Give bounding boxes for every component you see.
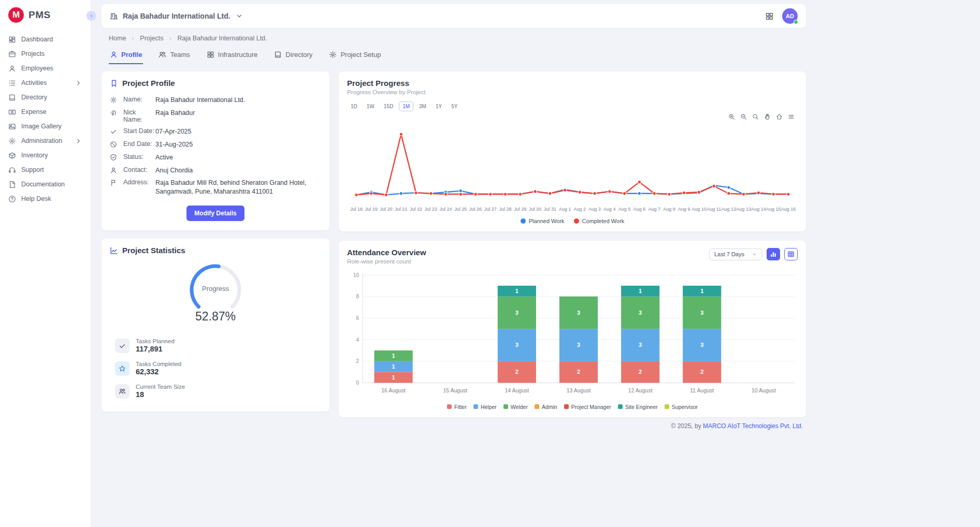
breadcrumb-item[interactable]: Projects — [140, 35, 163, 42]
profile-field-end-date: End Date:31-Aug-2025 — [110, 138, 321, 151]
check-icon — [115, 339, 129, 353]
sidebar-item-employees[interactable]: Employees — [0, 61, 91, 76]
sidebar-item-image-gallery[interactable]: Image Gallery — [0, 119, 91, 134]
stat-value: 18 — [136, 390, 185, 399]
sidebar-item-support[interactable]: Support — [0, 163, 91, 177]
home-icon[interactable] — [776, 112, 783, 121]
legend-item-planned-work[interactable]: Planned Work — [521, 218, 565, 224]
chevron-right-icon — [75, 137, 82, 145]
sidebar-item-help-desk[interactable]: Help Desk — [0, 192, 91, 206]
legend-item-fitter[interactable]: Fitter — [447, 404, 467, 410]
range-5y[interactable]: 5Y — [448, 101, 461, 111]
user-menu[interactable]: AD — [782, 8, 798, 24]
stat-tasks-completed: Tasks Completed62,332 — [115, 361, 316, 376]
svg-text:3: 3 — [700, 310, 703, 316]
search-icon[interactable] — [752, 112, 759, 121]
range-1d[interactable]: 1D — [347, 101, 361, 111]
tab-teams[interactable]: Teams — [157, 47, 191, 64]
support-icon — [8, 166, 16, 174]
progress-card-subtitle: Progress Overview by Project — [347, 89, 798, 95]
sidebar-item-label: Image Gallery — [21, 123, 82, 130]
zoom-in-icon[interactable] — [728, 112, 735, 121]
breadcrumb-item[interactable]: Home — [109, 35, 126, 42]
legend-label: Completed Work — [582, 218, 625, 224]
sidebar-item-inventory[interactable]: Inventory — [0, 148, 91, 163]
range-15d[interactable]: 15D — [380, 101, 397, 111]
attendance-controls: Last 7 Days — [709, 248, 798, 260]
sidebar-item-directory[interactable]: Directory — [0, 90, 91, 105]
legend-label: Admin — [542, 404, 557, 410]
sidebar-item-dashboard[interactable]: Dashboard — [0, 32, 91, 47]
svg-text:Jul 21: Jul 21 — [395, 207, 407, 212]
legend-item-admin[interactable]: Admin — [535, 404, 557, 410]
app-logo[interactable]: M PMS — [0, 0, 91, 29]
range-1m[interactable]: 1M — [399, 101, 413, 111]
gear-icon — [8, 137, 16, 145]
date-range-select[interactable]: Last 7 Days — [709, 248, 762, 260]
header-actions: AD — [765, 8, 798, 24]
range-1y[interactable]: 1Y — [432, 101, 445, 111]
building-icon — [110, 12, 118, 20]
legend-item-supervisor[interactable]: Supervisor — [665, 404, 698, 410]
tabs: ProfileTeamsInfrastructureDirectoryProje… — [102, 45, 806, 64]
field-label: Status: — [123, 153, 155, 160]
sidebar-item-label: Directory — [21, 94, 82, 101]
sidebar-item-documentation[interactable]: Documentation — [0, 177, 91, 192]
svg-text:Aug 2: Aug 2 — [574, 207, 586, 212]
sidebar-item-projects[interactable]: Projects — [0, 47, 91, 61]
attendance-card-subtitle: Role-wise present count — [347, 258, 426, 265]
legend-item-completed-work[interactable]: Completed Work — [574, 218, 625, 224]
sidebar-item-expense[interactable]: Expense — [0, 105, 91, 119]
legend-label: Welder — [511, 404, 528, 410]
line-chart[interactable]: Jul 18Jul 19Jul 20Jul 21Jul 22Jul 23Jul … — [347, 121, 798, 217]
pan-icon[interactable] — [764, 112, 771, 121]
sidebar-item-label: Activities — [21, 79, 69, 86]
field-label: Nick Name: — [123, 109, 155, 123]
tab-label: Infrastructure — [218, 51, 258, 58]
legend-item-welder[interactable]: Welder — [503, 404, 528, 410]
field-value: Raja Bahadur International Ltd. — [155, 96, 321, 105]
tab-label: Project Setup — [340, 51, 381, 58]
apps-grid-icon[interactable] — [765, 12, 774, 21]
flag-icon — [110, 179, 117, 186]
svg-text:Jul 22: Jul 22 — [410, 207, 422, 212]
gallery-icon — [8, 123, 16, 130]
footer-link[interactable]: MARCO AIoT Technologies Pvt. Ltd. — [703, 422, 803, 430]
svg-text:Jul 30: Jul 30 — [529, 207, 541, 212]
svg-text:Jul 25: Jul 25 — [454, 207, 467, 212]
field-value: Anuj Chordia — [155, 166, 321, 175]
expense-icon — [8, 108, 16, 116]
sidebar-item-activities[interactable]: Activities — [0, 76, 91, 90]
field-label: Contact: — [123, 166, 155, 173]
tab-profile[interactable]: Profile — [109, 47, 143, 64]
stat-value: 117,891 — [136, 345, 175, 353]
legend-item-helper[interactable]: Helper — [473, 404, 497, 410]
users-icon — [158, 51, 166, 58]
tab-project-setup[interactable]: Project Setup — [328, 47, 382, 64]
range-1w[interactable]: 1W — [363, 101, 378, 111]
field-value: Raja Bahadur — [155, 109, 321, 118]
tab-directory[interactable]: Directory — [273, 47, 313, 64]
modify-details-button[interactable]: Modify Details — [186, 206, 244, 221]
svg-text:Aug 5: Aug 5 — [618, 207, 631, 212]
menu-icon[interactable] — [788, 112, 795, 121]
tab-infrastructure[interactable]: Infrastructure — [206, 47, 259, 64]
zoom-out-icon[interactable] — [740, 112, 747, 121]
legend-label: Helper — [481, 404, 497, 410]
legend-item-project-manager[interactable]: Project Manager — [564, 404, 611, 410]
legend-label: Planned Work — [529, 218, 565, 224]
chart-view-toggle[interactable] — [767, 248, 780, 260]
bar-chart[interactable]: 024681011116 August15 August233114 Augus… — [347, 271, 798, 401]
legend-label: Site Engineer — [625, 404, 658, 410]
sidebar-collapse-button[interactable] — [87, 11, 96, 20]
legend-item-site-engineer[interactable]: Site Engineer — [618, 404, 658, 410]
inventory-icon — [8, 152, 16, 159]
company-selector[interactable]: Raja Bahadur International Ltd. — [110, 12, 243, 20]
stat-label: Tasks Completed — [136, 361, 181, 367]
sidebar-item-administration[interactable]: Administration — [0, 134, 91, 148]
legend-swatch — [503, 404, 508, 409]
sidebar-item-label: Projects — [21, 50, 82, 57]
table-view-toggle[interactable] — [784, 248, 798, 260]
range-3m[interactable]: 3M — [415, 101, 430, 111]
project-progress-card: Project Progress Progress Overview by Pr… — [339, 71, 806, 231]
